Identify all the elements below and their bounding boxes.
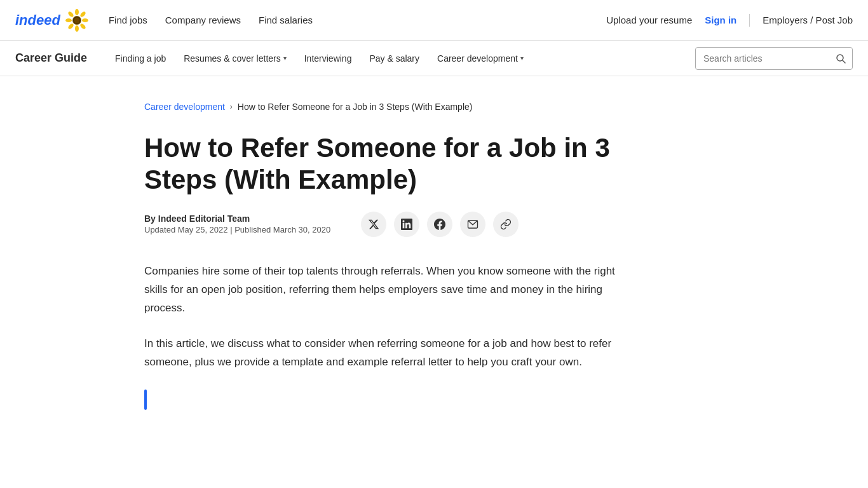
blue-accent-bar	[144, 390, 147, 410]
twitter-icon	[368, 219, 379, 230]
svg-point-7	[79, 10, 86, 17]
nav-pay-salary[interactable]: Pay & salary	[362, 48, 427, 69]
author-share-row: By Indeed Editorial Team Updated May 25,…	[144, 212, 724, 237]
nav-company-reviews[interactable]: Company reviews	[165, 15, 241, 25]
career-development-label: Career development	[437, 53, 518, 64]
svg-point-8	[67, 22, 74, 29]
svg-point-5	[67, 10, 74, 17]
nav-finding-a-job[interactable]: Finding a job	[107, 48, 173, 69]
article-paragraph-2: In this article, we discuss what to cons…	[144, 335, 627, 372]
resumes-dropdown-icon: ▾	[283, 55, 287, 62]
article-paragraph-1: Companies hire some of their top talents…	[144, 262, 627, 318]
facebook-icon	[434, 219, 445, 230]
nav-resumes-cover-letters[interactable]: Resumes & cover letters ▾	[176, 48, 294, 69]
search-icon	[836, 53, 846, 64]
main-content: Career development › How to Refer Someon…	[129, 76, 739, 435]
svg-point-10	[74, 17, 79, 23]
career-nav-links: Finding a job Resumes & cover letters ▾ …	[107, 48, 695, 69]
upload-resume-link[interactable]: Upload your resume	[606, 15, 692, 25]
nav-divider	[749, 14, 750, 27]
copy-link-button[interactable]	[493, 212, 519, 237]
breadcrumb-parent-link[interactable]: Career development	[144, 102, 225, 112]
author-name: By Indeed Editorial Team	[144, 214, 330, 224]
svg-point-4	[82, 18, 88, 22]
svg-line-12	[843, 60, 845, 63]
nav-find-jobs[interactable]: Find jobs	[109, 15, 147, 25]
search-input[interactable]	[696, 53, 829, 64]
resumes-cover-letters-label: Resumes & cover letters	[184, 53, 281, 64]
employers-post-job-link[interactable]: Employers / Post Job	[763, 15, 853, 25]
svg-point-2	[75, 25, 79, 32]
breadcrumb-separator: ›	[230, 102, 233, 111]
nav-career-development[interactable]: Career development ▾	[430, 48, 531, 69]
svg-point-6	[79, 22, 86, 29]
facebook-share-button[interactable]	[427, 212, 452, 237]
author-info: By Indeed Editorial Team Updated May 25,…	[144, 214, 330, 234]
sunflower-icon	[65, 9, 88, 32]
breadcrumb: Career development › How to Refer Someon…	[144, 102, 724, 112]
top-nav-right: Upload your resume Sign in Employers / P…	[606, 14, 853, 27]
career-dropdown-icon: ▾	[520, 55, 524, 62]
share-icons	[361, 212, 519, 237]
career-guide-nav: Career Guide Finding a job Resumes & cov…	[0, 41, 868, 76]
logo-link[interactable]: indeed	[15, 9, 88, 32]
linkedin-share-button[interactable]	[394, 212, 419, 237]
sign-in-link[interactable]: Sign in	[705, 15, 736, 25]
top-nav: indeed Find jobs Company reviews Find sa…	[0, 0, 868, 41]
nav-interviewing[interactable]: Interviewing	[297, 48, 360, 69]
indeed-logo-text: indeed	[15, 12, 60, 29]
link-icon	[500, 219, 512, 230]
svg-point-1	[75, 9, 79, 15]
linkedin-icon	[401, 219, 412, 230]
search-box[interactable]	[695, 47, 853, 70]
article-title: How to Refer Someone for a Job in 3 Step…	[144, 132, 627, 196]
top-nav-links: Find jobs Company reviews Find salaries	[109, 15, 606, 25]
career-guide-title: Career Guide	[15, 51, 87, 65]
twitter-share-button[interactable]	[361, 212, 386, 237]
breadcrumb-current: How to Refer Someone for a Job in 3 Step…	[238, 102, 473, 112]
email-share-button[interactable]	[460, 212, 485, 237]
search-button[interactable]	[829, 53, 852, 64]
svg-point-3	[65, 18, 72, 22]
article-body: Companies hire some of their top talents…	[144, 262, 724, 410]
nav-find-salaries[interactable]: Find salaries	[259, 15, 313, 25]
email-icon	[467, 219, 478, 230]
author-dates: Updated May 25, 2022 | Published March 3…	[144, 225, 330, 234]
